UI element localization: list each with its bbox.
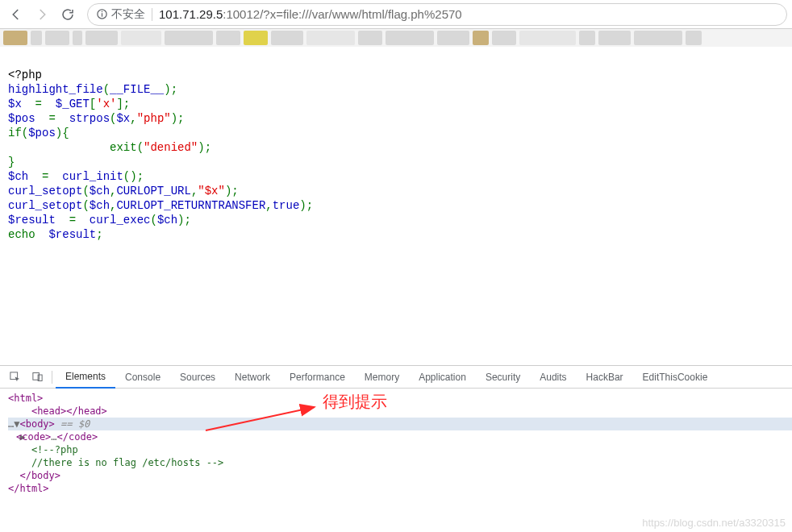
dom-body-selected[interactable]: …▼<body> == $0 (8, 418, 792, 430)
tab-audits[interactable]: Audits (530, 366, 576, 389)
tab-editthiscookie[interactable]: EditThisCookie (633, 366, 718, 389)
tab-hackbar[interactable]: HackBar (577, 366, 633, 389)
reload-button[interactable] (56, 3, 79, 26)
dom-html-close[interactable]: </html> (8, 483, 49, 494)
dom-html-open[interactable]: <html> (8, 393, 43, 404)
device-icon (31, 371, 44, 383)
browser-toolbar: 不安全 101.71.29.5:10012/?x=file:///var/www… (0, 0, 792, 29)
elements-tree[interactable]: <html> <head></head> …▼<body> == $0 ▶<co… (0, 389, 792, 532)
tab-application[interactable]: Application (409, 366, 476, 389)
device-toolbar-button[interactable] (26, 371, 48, 383)
url-host: 101.71.29.5 (159, 7, 223, 21)
tab-strip-blur (0, 29, 792, 47)
page-content: <?php highlight_file(__FILE__); $x = $_G… (0, 47, 792, 365)
back-button[interactable] (5, 3, 27, 26)
watermark: https://blog.csdn.net/a3320315 (642, 517, 786, 529)
reload-icon (60, 7, 75, 22)
url-path: :10012/?x=file:///var/www/html/flag.ph%2… (223, 7, 461, 21)
dom-comment-l2[interactable]: //there is no flag /etc/hosts --> (8, 457, 223, 468)
forward-button[interactable] (31, 3, 53, 26)
annotation-text: 得到提示 (323, 395, 387, 408)
devtools-tabbar: Elements Console Sources Network Perform… (0, 366, 792, 389)
dom-code-row[interactable]: ▶<code>…</code> (8, 430, 792, 443)
insecure-label: 不安全 (111, 7, 145, 22)
devtools-panel: Elements Console Sources Network Perform… (0, 365, 792, 532)
code-l1: <?php (8, 69, 42, 81)
url-text: 101.71.29.5:10012/?x=file:///var/www/htm… (159, 7, 462, 21)
arrow-left-icon (9, 7, 23, 22)
insecure-badge[interactable]: 不安全 (96, 7, 145, 22)
inspect-element-button[interactable] (3, 371, 26, 383)
tab-console[interactable]: Console (115, 366, 170, 389)
address-separator (152, 8, 152, 21)
arrow-right-icon (35, 7, 49, 22)
dom-body-close[interactable]: </body> (8, 470, 60, 481)
svg-point-2 (102, 11, 103, 13)
inspect-icon (9, 371, 21, 383)
tab-security[interactable]: Security (476, 366, 530, 389)
tab-sources[interactable]: Sources (170, 366, 225, 389)
info-icon (96, 8, 108, 20)
tab-elements[interactable]: Elements (56, 366, 115, 389)
tab-memory[interactable]: Memory (355, 366, 409, 389)
tab-performance[interactable]: Performance (280, 366, 355, 389)
dom-head[interactable]: <head></head> (19, 405, 106, 417)
tab-network[interactable]: Network (225, 366, 280, 389)
dom-comment-l1[interactable]: <!--?php (8, 444, 78, 455)
address-bar[interactable]: 不安全 101.71.29.5:10012/?x=file:///var/www… (87, 3, 787, 26)
